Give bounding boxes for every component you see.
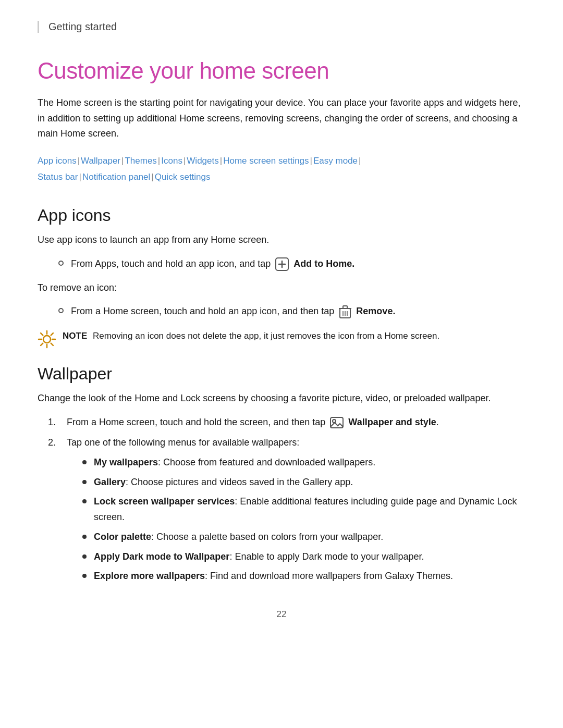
dot-bullet-icon [82, 460, 87, 464]
dot-bullet-icon [82, 480, 87, 484]
nav-link-themes[interactable]: Themes [125, 156, 156, 166]
app-icons-intro: Use app icons to launch an app from any … [38, 232, 525, 248]
wallpaper-step-2: 2. Tap one of the following menus for av… [38, 435, 525, 588]
nav-link-wallpaper[interactable]: Wallpaper [81, 156, 120, 166]
wallpaper-steps: 1. From a Home screen, touch and hold th… [38, 415, 525, 588]
app-icons-section: App icons Use app icons to launch an app… [38, 206, 525, 349]
svg-line-14 [41, 333, 43, 335]
circle-bullet-icon [58, 261, 64, 266]
wallpaper-step-1: 1. From a Home screen, touch and hold th… [38, 415, 525, 430]
color-palette-label: Color palette [94, 532, 151, 542]
nav-link-status-bar[interactable]: Status bar [38, 172, 78, 182]
page-number: 22 [38, 609, 525, 620]
app-icons-bullets: From Apps, touch and hold an app icon, a… [38, 256, 525, 272]
wallpaper-intro: Change the look of the Home and Lock scr… [38, 391, 525, 406]
wallpaper-style-icon [329, 415, 344, 430]
intro-paragraph: The Home screen is the starting point fo… [38, 95, 525, 142]
explore-text: : Find and download more wallpapers from… [205, 571, 453, 581]
gallery-text: : Choose pictures and videos saved in th… [126, 477, 353, 487]
note-box: NOTE Removing an icon does not delete th… [38, 329, 525, 349]
explore-label: Explore more wallpapers [94, 571, 205, 581]
page-title: Customize your home screen [38, 58, 525, 84]
color-palette-text: : Choose a palette based on colors from … [151, 532, 383, 542]
nav-link-home-screen-settings[interactable]: Home screen settings [223, 156, 309, 166]
nav-link-icons[interactable]: Icons [161, 156, 182, 166]
page-container: Getting started Customize your home scre… [0, 0, 563, 728]
dark-mode-text: : Enable to apply Dark mode to your wall… [229, 551, 424, 562]
remove-icon-bullets: From a Home screen, touch and hold an ap… [38, 304, 525, 319]
sub-bullet-gallery: Gallery: Choose pictures and videos save… [82, 475, 525, 490]
dot-bullet-icon [82, 499, 87, 503]
add-to-home-bullet: From Apps, touch and hold an app icon, a… [38, 256, 525, 272]
svg-line-16 [51, 333, 53, 335]
svg-point-9 [43, 336, 51, 343]
wallpaper-title: Wallpaper [38, 364, 525, 384]
remove-text: From a Home screen, touch and hold an ap… [71, 304, 395, 319]
remove-icon-intro: To remove an icon: [38, 280, 525, 296]
nav-link-notification-panel[interactable]: Notification panel [82, 172, 150, 182]
svg-rect-5 [343, 306, 347, 309]
sub-bullet-explore: Explore more wallpapers: Find and downlo… [82, 569, 525, 584]
dark-mode-label: Apply Dark mode to Wallpaper [94, 551, 229, 562]
lock-screen-label: Lock screen wallpaper services [94, 496, 235, 507]
sub-bullet-lock-screen: Lock screen wallpaper services: Enable a… [82, 494, 525, 525]
circle-bullet-remove-icon [58, 308, 64, 313]
note-label: NOTE [63, 331, 87, 341]
add-to-home-icon [275, 257, 289, 272]
step-1-number: 1. [48, 415, 59, 430]
wallpaper-section: Wallpaper Change the look of the Home an… [38, 364, 525, 588]
svg-line-15 [51, 343, 53, 346]
sub-bullet-color-palette: Color palette: Choose a palette based on… [82, 529, 525, 545]
step-2-text: Tap one of the following menus for avail… [67, 435, 525, 588]
sub-bullet-my-wallpapers: My wallpapers: Choose from featured and … [82, 455, 525, 471]
note-body: Removing an icon does not delete the app… [93, 331, 439, 341]
remove-trash-icon [338, 305, 352, 319]
note-text: NOTE Removing an icon does not delete th… [63, 329, 439, 343]
wallpaper-sub-bullets: My wallpapers: Choose from featured and … [67, 455, 525, 584]
nav-links: App icons|Wallpaper|Themes|Icons|Widgets… [38, 153, 525, 185]
app-icons-title: App icons [38, 206, 525, 225]
my-wallpapers-text: : Choose from featured and downloaded wa… [158, 457, 375, 467]
my-wallpapers-label: My wallpapers [94, 457, 158, 467]
nav-link-widgets[interactable]: Widgets [187, 156, 218, 166]
step-1-text: From a Home screen, touch and hold the s… [67, 415, 439, 430]
dot-bullet-icon [82, 574, 87, 578]
gallery-label: Gallery [94, 477, 126, 487]
dot-bullet-icon [82, 554, 87, 559]
breadcrumb-text: Getting started [48, 21, 117, 32]
svg-rect-18 [331, 417, 343, 428]
nav-link-quick-settings[interactable]: Quick settings [155, 172, 211, 182]
add-to-home-text: From Apps, touch and hold an app icon, a… [71, 256, 354, 272]
breadcrumb: Getting started [38, 21, 525, 33]
step-2-number: 2. [48, 435, 59, 451]
svg-line-17 [41, 343, 43, 346]
dot-bullet-icon [82, 535, 87, 539]
note-icon [38, 330, 56, 349]
svg-point-19 [333, 419, 336, 423]
nav-link-easy-mode[interactable]: Easy mode [313, 156, 358, 166]
remove-bullet: From a Home screen, touch and hold an ap… [38, 304, 525, 319]
sub-bullet-dark-mode: Apply Dark mode to Wallpaper: Enable to … [82, 549, 525, 565]
nav-link-app-icons[interactable]: App icons [38, 156, 77, 166]
